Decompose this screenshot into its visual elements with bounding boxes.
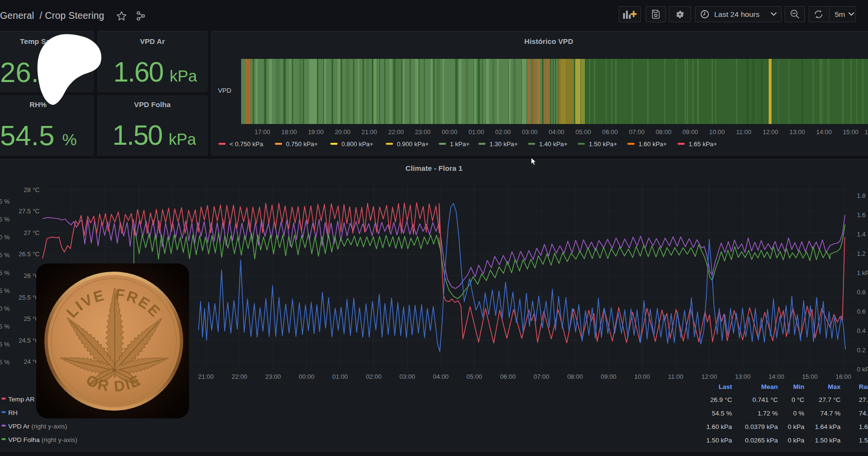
- svg-text:57.5 %: 57.5 %: [0, 323, 10, 330]
- svg-text:23:00: 23:00: [265, 373, 281, 380]
- svg-text:26.5 °C: 26.5 °C: [18, 250, 40, 258]
- svg-text:06:00: 06:00: [500, 373, 516, 380]
- svg-text:16:00: 16:00: [836, 373, 852, 380]
- svg-text:52.5 %: 52.5 %: [0, 359, 10, 366]
- svg-text:1.8: 1.8: [857, 192, 866, 199]
- svg-text:0.4: 0.4: [857, 327, 866, 334]
- svg-text:15:00: 15:00: [802, 373, 818, 380]
- svg-text:1.2: 1.2: [857, 250, 866, 257]
- svg-text:75 %: 75 %: [0, 198, 10, 205]
- svg-text:13:00: 13:00: [735, 373, 751, 380]
- svg-text:62.5 %: 62.5 %: [0, 287, 10, 294]
- svg-text:01:00: 01:00: [332, 373, 348, 380]
- svg-text:21:00: 21:00: [198, 373, 214, 380]
- svg-text:12:00: 12:00: [701, 373, 717, 380]
- svg-text:02:00: 02:00: [366, 373, 382, 380]
- svg-text:27.5 °C: 27.5 °C: [18, 207, 40, 215]
- svg-text:10:00: 10:00: [634, 373, 650, 380]
- svg-text:70 %: 70 %: [0, 234, 10, 241]
- svg-text:22:00: 22:00: [231, 373, 247, 380]
- svg-text:1 kPa: 1 kPa: [857, 269, 868, 276]
- svg-text:72.5 %: 72.5 %: [0, 216, 10, 223]
- svg-text:60 %: 60 %: [0, 305, 10, 312]
- svg-text:04:00: 04:00: [433, 373, 449, 380]
- svg-text:27 °C: 27 °C: [24, 229, 40, 236]
- svg-text:28 °C: 28 °C: [24, 186, 40, 193]
- svg-text:1.4: 1.4: [857, 231, 866, 238]
- svg-text:55 %: 55 %: [0, 341, 10, 348]
- svg-text:0.6: 0.6: [857, 308, 866, 315]
- svg-text:14:00: 14:00: [769, 373, 785, 380]
- svg-text:07:00: 07:00: [534, 373, 550, 380]
- svg-text:03:00: 03:00: [399, 373, 415, 380]
- svg-text:0.2: 0.2: [857, 346, 866, 354]
- svg-text:0.8: 0.8: [857, 289, 866, 296]
- svg-text:1.6: 1.6: [857, 211, 866, 219]
- svg-text:00:00: 00:00: [298, 373, 314, 380]
- svg-text:65 %: 65 %: [0, 269, 10, 276]
- svg-text:0 kPa: 0 kPa: [857, 366, 868, 373]
- svg-text:11:00: 11:00: [668, 373, 683, 380]
- svg-text:08:00: 08:00: [567, 373, 583, 380]
- svg-text:67.5 %: 67.5 %: [0, 251, 10, 259]
- svg-text:09:00: 09:00: [601, 373, 617, 380]
- svg-text:05:00: 05:00: [466, 373, 482, 380]
